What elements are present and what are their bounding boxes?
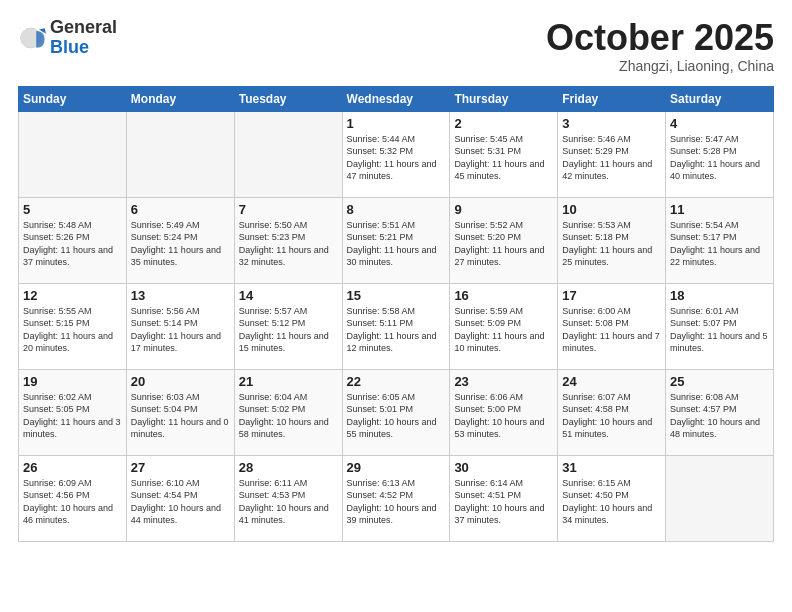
day-number: 30: [454, 460, 553, 475]
col-friday: Friday: [558, 86, 666, 111]
day-detail: Sunrise: 6:04 AMSunset: 5:02 PMDaylight:…: [239, 391, 338, 441]
day-detail: Sunrise: 6:06 AMSunset: 5:00 PMDaylight:…: [454, 391, 553, 441]
table-row: [234, 111, 342, 197]
table-row: 12Sunrise: 5:55 AMSunset: 5:15 PMDayligh…: [19, 283, 127, 369]
day-detail: Sunrise: 6:14 AMSunset: 4:51 PMDaylight:…: [454, 477, 553, 527]
day-number: 27: [131, 460, 230, 475]
table-row: 17Sunrise: 6:00 AMSunset: 5:08 PMDayligh…: [558, 283, 666, 369]
day-number: 11: [670, 202, 769, 217]
col-tuesday: Tuesday: [234, 86, 342, 111]
day-number: 7: [239, 202, 338, 217]
day-number: 25: [670, 374, 769, 389]
calendar-table: Sunday Monday Tuesday Wednesday Thursday…: [18, 86, 774, 542]
calendar-container: General Blue October 2025 Zhangzi, Liaon…: [0, 0, 792, 552]
day-number: 9: [454, 202, 553, 217]
table-row: 2Sunrise: 5:45 AMSunset: 5:31 PMDaylight…: [450, 111, 558, 197]
calendar-header: General Blue October 2025 Zhangzi, Liaon…: [18, 18, 774, 74]
calendar-header-row: Sunday Monday Tuesday Wednesday Thursday…: [19, 86, 774, 111]
logo-icon: [18, 24, 46, 52]
table-row: 31Sunrise: 6:15 AMSunset: 4:50 PMDayligh…: [558, 455, 666, 541]
day-detail: Sunrise: 5:47 AMSunset: 5:28 PMDaylight:…: [670, 133, 769, 183]
day-detail: Sunrise: 5:45 AMSunset: 5:31 PMDaylight:…: [454, 133, 553, 183]
day-detail: Sunrise: 6:02 AMSunset: 5:05 PMDaylight:…: [23, 391, 122, 441]
table-row: 26Sunrise: 6:09 AMSunset: 4:56 PMDayligh…: [19, 455, 127, 541]
logo-text: General Blue: [50, 18, 117, 58]
logo-blue: Blue: [50, 38, 117, 58]
day-detail: Sunrise: 5:46 AMSunset: 5:29 PMDaylight:…: [562, 133, 661, 183]
table-row: 14Sunrise: 5:57 AMSunset: 5:12 PMDayligh…: [234, 283, 342, 369]
table-row: 4Sunrise: 5:47 AMSunset: 5:28 PMDaylight…: [666, 111, 774, 197]
table-row: 23Sunrise: 6:06 AMSunset: 5:00 PMDayligh…: [450, 369, 558, 455]
table-row: 11Sunrise: 5:54 AMSunset: 5:17 PMDayligh…: [666, 197, 774, 283]
table-row: 6Sunrise: 5:49 AMSunset: 5:24 PMDaylight…: [126, 197, 234, 283]
day-detail: Sunrise: 6:13 AMSunset: 4:52 PMDaylight:…: [347, 477, 446, 527]
day-number: 16: [454, 288, 553, 303]
day-detail: Sunrise: 5:59 AMSunset: 5:09 PMDaylight:…: [454, 305, 553, 355]
day-number: 12: [23, 288, 122, 303]
table-row: 21Sunrise: 6:04 AMSunset: 5:02 PMDayligh…: [234, 369, 342, 455]
day-number: 20: [131, 374, 230, 389]
day-number: 29: [347, 460, 446, 475]
table-row: 19Sunrise: 6:02 AMSunset: 5:05 PMDayligh…: [19, 369, 127, 455]
table-row: 1Sunrise: 5:44 AMSunset: 5:32 PMDaylight…: [342, 111, 450, 197]
day-number: 17: [562, 288, 661, 303]
day-detail: Sunrise: 5:51 AMSunset: 5:21 PMDaylight:…: [347, 219, 446, 269]
table-row: [666, 455, 774, 541]
day-detail: Sunrise: 6:08 AMSunset: 4:57 PMDaylight:…: [670, 391, 769, 441]
day-number: 13: [131, 288, 230, 303]
table-row: 25Sunrise: 6:08 AMSunset: 4:57 PMDayligh…: [666, 369, 774, 455]
table-row: 5Sunrise: 5:48 AMSunset: 5:26 PMDaylight…: [19, 197, 127, 283]
day-detail: Sunrise: 6:11 AMSunset: 4:53 PMDaylight:…: [239, 477, 338, 527]
table-row: 15Sunrise: 5:58 AMSunset: 5:11 PMDayligh…: [342, 283, 450, 369]
day-detail: Sunrise: 6:01 AMSunset: 5:07 PMDaylight:…: [670, 305, 769, 355]
col-saturday: Saturday: [666, 86, 774, 111]
location-subtitle: Zhangzi, Liaoning, China: [546, 58, 774, 74]
col-monday: Monday: [126, 86, 234, 111]
day-number: 31: [562, 460, 661, 475]
day-detail: Sunrise: 5:53 AMSunset: 5:18 PMDaylight:…: [562, 219, 661, 269]
day-detail: Sunrise: 6:09 AMSunset: 4:56 PMDaylight:…: [23, 477, 122, 527]
day-number: 24: [562, 374, 661, 389]
day-detail: Sunrise: 6:00 AMSunset: 5:08 PMDaylight:…: [562, 305, 661, 355]
day-number: 15: [347, 288, 446, 303]
day-number: 14: [239, 288, 338, 303]
day-detail: Sunrise: 6:05 AMSunset: 5:01 PMDaylight:…: [347, 391, 446, 441]
col-wednesday: Wednesday: [342, 86, 450, 111]
table-row: 10Sunrise: 5:53 AMSunset: 5:18 PMDayligh…: [558, 197, 666, 283]
day-number: 23: [454, 374, 553, 389]
title-area: October 2025 Zhangzi, Liaoning, China: [546, 18, 774, 74]
table-row: 20Sunrise: 6:03 AMSunset: 5:04 PMDayligh…: [126, 369, 234, 455]
table-row: 30Sunrise: 6:14 AMSunset: 4:51 PMDayligh…: [450, 455, 558, 541]
table-row: 3Sunrise: 5:46 AMSunset: 5:29 PMDaylight…: [558, 111, 666, 197]
day-detail: Sunrise: 5:54 AMSunset: 5:17 PMDaylight:…: [670, 219, 769, 269]
table-row: 13Sunrise: 5:56 AMSunset: 5:14 PMDayligh…: [126, 283, 234, 369]
day-detail: Sunrise: 6:07 AMSunset: 4:58 PMDaylight:…: [562, 391, 661, 441]
table-row: 24Sunrise: 6:07 AMSunset: 4:58 PMDayligh…: [558, 369, 666, 455]
day-detail: Sunrise: 5:50 AMSunset: 5:23 PMDaylight:…: [239, 219, 338, 269]
day-number: 22: [347, 374, 446, 389]
table-row: 9Sunrise: 5:52 AMSunset: 5:20 PMDaylight…: [450, 197, 558, 283]
table-row: 22Sunrise: 6:05 AMSunset: 5:01 PMDayligh…: [342, 369, 450, 455]
day-detail: Sunrise: 5:58 AMSunset: 5:11 PMDaylight:…: [347, 305, 446, 355]
day-number: 21: [239, 374, 338, 389]
col-sunday: Sunday: [19, 86, 127, 111]
day-number: 2: [454, 116, 553, 131]
table-row: 27Sunrise: 6:10 AMSunset: 4:54 PMDayligh…: [126, 455, 234, 541]
day-number: 18: [670, 288, 769, 303]
day-number: 8: [347, 202, 446, 217]
day-number: 26: [23, 460, 122, 475]
table-row: [19, 111, 127, 197]
table-row: [126, 111, 234, 197]
logo-general: General: [50, 18, 117, 38]
day-detail: Sunrise: 5:44 AMSunset: 5:32 PMDaylight:…: [347, 133, 446, 183]
day-detail: Sunrise: 5:56 AMSunset: 5:14 PMDaylight:…: [131, 305, 230, 355]
table-row: 18Sunrise: 6:01 AMSunset: 5:07 PMDayligh…: [666, 283, 774, 369]
day-number: 19: [23, 374, 122, 389]
day-detail: Sunrise: 6:10 AMSunset: 4:54 PMDaylight:…: [131, 477, 230, 527]
day-detail: Sunrise: 6:15 AMSunset: 4:50 PMDaylight:…: [562, 477, 661, 527]
table-row: 28Sunrise: 6:11 AMSunset: 4:53 PMDayligh…: [234, 455, 342, 541]
day-detail: Sunrise: 5:52 AMSunset: 5:20 PMDaylight:…: [454, 219, 553, 269]
table-row: 29Sunrise: 6:13 AMSunset: 4:52 PMDayligh…: [342, 455, 450, 541]
day-number: 10: [562, 202, 661, 217]
calendar-body: 1Sunrise: 5:44 AMSunset: 5:32 PMDaylight…: [19, 111, 774, 541]
